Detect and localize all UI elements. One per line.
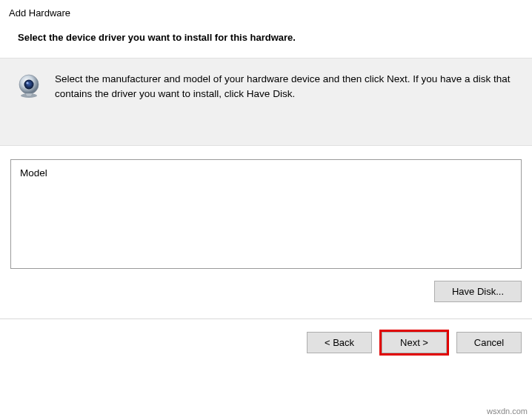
info-text: Select the manufacturer and model of you… — [55, 72, 516, 101]
model-column-header: Model — [20, 167, 512, 179]
model-listbox[interactable]: Model — [10, 159, 522, 269]
wizard-footer: < Back Next > Cancel — [0, 319, 532, 366]
back-button[interactable]: < Back — [307, 332, 372, 353]
page-subtitle: Select the device driver you want to ins… — [18, 32, 523, 43]
svg-point-3 — [26, 81, 28, 84]
next-button-highlight: Next > — [379, 330, 449, 356]
svg-point-2 — [24, 80, 34, 90]
cancel-button[interactable]: Cancel — [456, 332, 522, 353]
info-band: Select the manufacturer and model of you… — [0, 58, 532, 146]
window-title: Add Hardware — [9, 7, 523, 19]
watermark: wsxdn.com — [487, 407, 528, 416]
have-disk-button[interactable]: Have Disk... — [434, 281, 522, 302]
camera-icon — [16, 72, 41, 101]
next-button[interactable]: Next > — [382, 332, 447, 353]
